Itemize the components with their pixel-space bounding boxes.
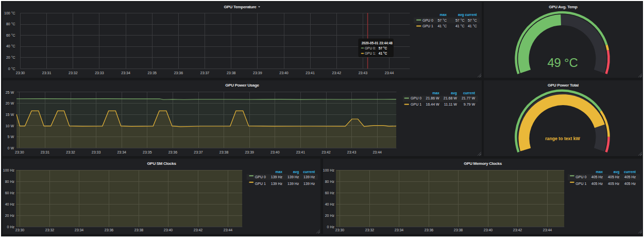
svg-text:21.86 W: 21.86 W	[426, 96, 439, 100]
svg-text:25 W: 25 W	[6, 91, 14, 94]
svg-text:23:44: 23:44	[543, 228, 552, 232]
svg-text:GPU 1:: GPU 1:	[365, 52, 376, 55]
svg-text:100 Hz: 100 Hz	[323, 168, 335, 172]
svg-text:23:30: 23:30	[15, 228, 25, 232]
svg-text:23:36: 23:36	[105, 228, 114, 232]
svg-text:avg: avg	[614, 170, 620, 174]
svg-text:23:44: 23:44	[372, 150, 382, 154]
svg-text:current: current	[463, 91, 476, 95]
svg-text:41 °C: 41 °C	[379, 52, 387, 55]
svg-text:60 Hz: 60 Hz	[5, 191, 15, 195]
svg-text:57 °C: 57 °C	[379, 46, 387, 50]
svg-text:23:43: 23:43	[347, 150, 357, 154]
svg-text:23:42: 23:42	[513, 228, 522, 232]
svg-text:5 W: 5 W	[8, 135, 14, 139]
svg-text:23:36: 23:36	[425, 228, 434, 232]
svg-text:60 °C: 60 °C	[6, 33, 15, 37]
svg-text:23:41: 23:41	[306, 71, 315, 75]
svg-text:23:40: 23:40	[279, 71, 289, 75]
svg-text:23:36: 23:36	[168, 150, 178, 154]
svg-text:23:30: 23:30	[16, 71, 25, 75]
svg-text:max: max	[432, 91, 439, 95]
svg-text:23:32: 23:32	[69, 71, 78, 75]
svg-text:23:35: 23:35	[147, 71, 157, 75]
svg-text:0 °C: 0 °C	[8, 67, 15, 71]
svg-text:23:35: 23:35	[143, 150, 152, 154]
svg-text:23:38: 23:38	[219, 150, 229, 154]
svg-text:15 W: 15 W	[6, 113, 14, 116]
svg-text:23:42: 23:42	[332, 71, 342, 75]
svg-text:40 Hz: 40 Hz	[325, 202, 335, 206]
svg-text:max: max	[440, 13, 447, 16]
svg-text:57 °C: 57 °C	[468, 19, 477, 22]
svg-text:20 W: 20 W	[6, 101, 14, 105]
svg-text:avg: avg	[293, 170, 299, 174]
svg-text:GPU 0:: GPU 0:	[365, 46, 376, 50]
svg-text:23:40: 23:40	[164, 228, 173, 232]
svg-text:range to text kW: range to text kW	[545, 136, 580, 141]
svg-text:23:42: 23:42	[194, 228, 203, 232]
svg-text:0 W: 0 W	[8, 146, 14, 150]
svg-text:41 °C: 41 °C	[468, 24, 477, 28]
svg-text:41 °C: 41 °C	[437, 24, 447, 28]
svg-text:current: current	[303, 170, 315, 174]
svg-text:current: current	[465, 13, 477, 16]
svg-text:100 Hz: 100 Hz	[3, 168, 15, 172]
svg-text:23:42: 23:42	[321, 150, 331, 154]
svg-text:23:44: 23:44	[385, 71, 394, 75]
svg-text:20 °C: 20 °C	[6, 56, 15, 59]
svg-text:41 °C: 41 °C	[455, 24, 465, 28]
svg-text:23:33: 23:33	[92, 150, 101, 154]
svg-text:23:36: 23:36	[174, 71, 183, 75]
svg-text:139 Hz: 139 Hz	[271, 175, 283, 179]
svg-text:10 W: 10 W	[6, 124, 14, 128]
svg-text:23:32: 23:32	[365, 228, 375, 232]
svg-text:23:38: 23:38	[134, 228, 144, 232]
svg-text:0 Hz: 0 Hz	[327, 225, 335, 229]
svg-text:23:41: 23:41	[296, 150, 306, 154]
svg-text:57 °C: 57 °C	[455, 19, 465, 22]
svg-text:GPU 0: GPU 0	[422, 19, 433, 22]
svg-text:9.79 W: 9.79 W	[464, 103, 476, 106]
svg-text:405 Hz: 405 Hz	[591, 175, 603, 179]
svg-text:23:32: 23:32	[45, 228, 55, 232]
svg-text:139 Hz: 139 Hz	[287, 175, 299, 179]
svg-text:current: current	[624, 170, 636, 174]
svg-text:57 °C: 57 °C	[437, 19, 447, 22]
svg-text:49 °C: 49 °C	[547, 56, 578, 70]
svg-text:23:44: 23:44	[224, 228, 233, 232]
svg-text:max: max	[596, 170, 603, 174]
svg-text:avg: avg	[451, 91, 457, 95]
svg-text:23:31: 23:31	[42, 71, 52, 75]
svg-text:23:38: 23:38	[454, 228, 463, 232]
svg-text:20 Hz: 20 Hz	[325, 214, 335, 217]
svg-text:40 Hz: 40 Hz	[5, 202, 15, 206]
svg-text:GPU 1: GPU 1	[422, 24, 433, 28]
svg-text:23:33: 23:33	[95, 71, 104, 75]
svg-text:11.11 W: 11.11 W	[444, 103, 457, 106]
svg-text:23:34: 23:34	[121, 71, 130, 75]
svg-text:23:31: 23:31	[41, 150, 50, 154]
svg-text:405 Hz: 405 Hz	[608, 182, 620, 185]
svg-text:23:40: 23:40	[270, 150, 280, 154]
svg-text:23:39: 23:39	[245, 150, 254, 154]
svg-text:GPU 0: GPU 0	[255, 175, 266, 179]
svg-text:GPU 0: GPU 0	[411, 96, 421, 100]
svg-text:21.68 W: 21.68 W	[444, 96, 457, 100]
svg-text:405 Hz: 405 Hz	[624, 175, 636, 179]
svg-text:23:34: 23:34	[75, 228, 84, 232]
svg-text:139 Hz: 139 Hz	[287, 182, 299, 185]
svg-text:80 Hz: 80 Hz	[325, 180, 335, 183]
svg-text:100 °C: 100 °C	[4, 11, 15, 15]
svg-text:23:30: 23:30	[335, 228, 345, 232]
svg-text:23:30: 23:30	[15, 150, 24, 154]
svg-text:23:34: 23:34	[117, 150, 126, 154]
svg-text:23:38: 23:38	[227, 71, 236, 75]
svg-text:GPU 1: GPU 1	[575, 182, 586, 185]
svg-text:405 Hz: 405 Hz	[624, 182, 636, 185]
svg-text:23:43: 23:43	[359, 71, 368, 75]
svg-text:GPU 0: GPU 0	[575, 175, 586, 179]
svg-text:405 Hz: 405 Hz	[591, 182, 603, 185]
svg-text:20 Hz: 20 Hz	[5, 214, 15, 217]
svg-text:405 Hz: 405 Hz	[608, 175, 620, 179]
